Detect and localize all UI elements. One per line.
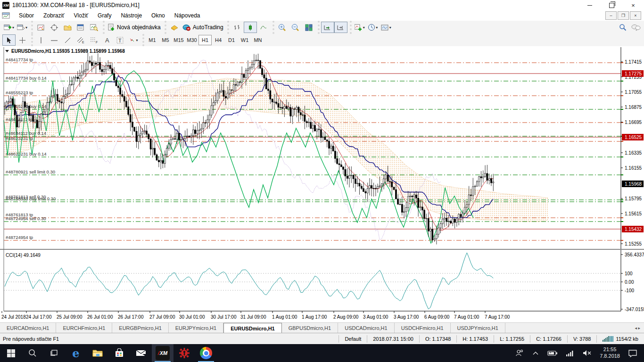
chart-tab-usdcadmicro[interactable]: USDCADmicro,H1 bbox=[338, 323, 394, 333]
chart-tab-eurjpymicro[interactable]: EURJPYmicro,H1 bbox=[169, 323, 223, 333]
search-icon[interactable] bbox=[616, 22, 629, 33]
arrows-tool[interactable]: ▾ bbox=[127, 34, 140, 46]
strategy-tester-button[interactable] bbox=[87, 22, 100, 33]
order-line-label: #48780921 sell limit 0.30 bbox=[6, 169, 55, 174]
menu-vloi[interactable]: Vložiť bbox=[69, 11, 93, 20]
crosshair-tool[interactable] bbox=[16, 34, 29, 46]
zoom-in-button[interactable] bbox=[276, 22, 289, 33]
indicators-button[interactable]: ▾ bbox=[353, 22, 366, 33]
crosshair-data-window-button[interactable] bbox=[48, 22, 61, 33]
status-profile[interactable]: Default bbox=[339, 335, 367, 343]
horizontal-line-tool[interactable] bbox=[48, 34, 61, 46]
mdi-restore-button[interactable]: ❐ bbox=[618, 11, 629, 20]
menu-grafy[interactable]: Grafy bbox=[93, 11, 116, 20]
equidistant-channel-tool[interactable]: E bbox=[74, 34, 87, 46]
new-order-button[interactable]: Nová objednávka bbox=[106, 22, 162, 33]
text-tool[interactable]: A bbox=[100, 34, 114, 46]
chat-icon[interactable] bbox=[629, 22, 643, 33]
time-tick-label: 7 Aug 17:00 bbox=[485, 314, 510, 320]
timeframe-h4[interactable]: H4 bbox=[212, 35, 225, 45]
timeframe-toolbar: M1M5M15M30H1H4D1W1MN bbox=[142, 34, 266, 46]
people-icon[interactable] bbox=[511, 344, 528, 362]
timeframe-m1[interactable]: M1 bbox=[146, 35, 159, 45]
chart-tab-eurusdmicro[interactable]: EURUSDmicro,H1 bbox=[223, 323, 282, 333]
taskbar-clock[interactable]: 21:55 7.8.2018 bbox=[596, 346, 624, 360]
autotrading-button[interactable]: AutoTrading bbox=[181, 22, 225, 33]
zoom-out-button[interactable] bbox=[289, 22, 302, 33]
close-button[interactable]: × bbox=[622, 0, 644, 10]
store-icon[interactable] bbox=[108, 344, 130, 362]
chart-tab-usdjpymicro[interactable]: USDJPYmicro,H1 bbox=[451, 323, 505, 333]
menu-npoveda[interactable]: Nápoveda bbox=[170, 11, 205, 20]
volume-muted-icon[interactable] bbox=[578, 344, 596, 362]
line-chart-button[interactable] bbox=[257, 22, 270, 33]
menu-sbor[interactable]: Súbor bbox=[14, 11, 39, 20]
menu-zobrazi[interactable]: Zobraziť bbox=[39, 11, 69, 20]
timeframe-h1[interactable]: H1 bbox=[198, 35, 212, 45]
taskbar-xm-mt4-icon[interactable]: /XM bbox=[152, 344, 173, 362]
timeframe-m30[interactable]: M30 bbox=[185, 35, 198, 45]
edge-icon[interactable]: e bbox=[65, 344, 87, 362]
timeframe-m5[interactable]: M5 bbox=[159, 35, 172, 45]
mdi-minimize-button[interactable]: – bbox=[605, 11, 617, 20]
tile-windows-button[interactable] bbox=[302, 22, 315, 33]
chart-tab-usdchfmicro[interactable]: USDCHFmicro,H1 bbox=[395, 323, 451, 333]
cursor-tool[interactable] bbox=[2, 34, 16, 46]
candlestick-chart-button[interactable] bbox=[244, 22, 257, 33]
chart-tab-eurcadmicro[interactable]: EURCADmicro,H1 bbox=[0, 323, 56, 333]
mdi-close-button[interactable]: × bbox=[630, 11, 641, 20]
tab-scroll-arrows[interactable]: ◂ ▸ bbox=[631, 323, 644, 333]
time-tick-label: 27 Jul 09:00 bbox=[149, 314, 175, 320]
windows-taskbar: e /XM bbox=[0, 344, 644, 362]
price-chart[interactable]: #48417734 tp#48417734 buy 0.14#48555223 … bbox=[0, 46, 644, 322]
order-line-label: #48758933 buy limit 0.30 bbox=[6, 196, 56, 201]
auto-scroll-button[interactable] bbox=[321, 22, 334, 33]
time-tick-label: 24 Jul 2018 bbox=[1, 314, 26, 320]
mail-icon[interactable] bbox=[130, 344, 152, 362]
chart-shift-button[interactable] bbox=[334, 22, 347, 33]
navigator-button[interactable] bbox=[61, 22, 74, 33]
chart-tab-eurchfmicro[interactable]: EURCHFmicro,H1 bbox=[56, 323, 112, 333]
new-chart-button[interactable]: ▾ bbox=[2, 22, 16, 33]
status-high: H: 1.17453 bbox=[456, 335, 494, 343]
red-gear-app-icon[interactable] bbox=[173, 344, 195, 362]
trendline-tool[interactable] bbox=[61, 34, 74, 46]
title-bar: XM 18011300: XM.COM-Real 18 - [EURUSDmic… bbox=[0, 0, 644, 10]
chart-tab-gbpusdmicro[interactable]: GBPUSDmicro,H1 bbox=[282, 323, 338, 333]
templates-button[interactable]: ▾ bbox=[380, 22, 393, 33]
minimize-button[interactable] bbox=[579, 0, 601, 10]
profiles-button[interactable]: ▾ bbox=[16, 22, 29, 33]
status-bar-time: 2018.07.31 15:00 bbox=[367, 335, 419, 343]
menu-nstroje[interactable]: Nástroje bbox=[116, 11, 147, 20]
battery-icon[interactable] bbox=[543, 344, 562, 362]
tray-chevron-icon[interactable] bbox=[528, 344, 543, 362]
metaeditor-button[interactable] bbox=[168, 22, 181, 33]
task-view-icon[interactable] bbox=[43, 344, 65, 362]
status-help-text: Pre nápovedu stlačte F1 bbox=[0, 336, 59, 342]
chart-tab-eurgbpmicro[interactable]: EURGBPmicro,H1 bbox=[112, 323, 168, 333]
start-button[interactable] bbox=[0, 344, 22, 362]
timeframe-m15[interactable]: M15 bbox=[172, 35, 185, 45]
menu-items: SúborZobraziťVložiťGrafyNástrojeOknoNápo… bbox=[14, 11, 205, 20]
file-explorer-icon[interactable] bbox=[87, 344, 108, 362]
chrome-icon[interactable] bbox=[195, 344, 217, 362]
terminal-button[interactable] bbox=[74, 22, 87, 33]
action-center-icon[interactable] bbox=[624, 344, 644, 362]
timeframe-mn[interactable]: MN bbox=[251, 35, 264, 45]
restore-button[interactable] bbox=[601, 0, 622, 10]
time-tick-label: 1 Aug 01:00 bbox=[272, 314, 297, 320]
fibonacci-tool[interactable]: F bbox=[87, 34, 100, 46]
svg-text:E: E bbox=[82, 41, 84, 44]
bar-chart-button[interactable] bbox=[231, 22, 244, 33]
price-tick-label: 1.16875 bbox=[625, 105, 642, 110]
periods-button[interactable]: ▾ bbox=[366, 22, 380, 33]
timeframe-w1[interactable]: W1 bbox=[238, 35, 251, 45]
vertical-line-tool[interactable] bbox=[34, 34, 48, 46]
svg-text:F: F bbox=[96, 41, 98, 44]
timeframe-d1[interactable]: D1 bbox=[225, 35, 238, 45]
menu-okno[interactable]: Okno bbox=[147, 11, 170, 20]
text-label-tool[interactable]: T bbox=[114, 34, 127, 46]
taskbar-search-icon[interactable] bbox=[22, 344, 43, 362]
market-watch-button[interactable] bbox=[34, 22, 48, 33]
network-signal-icon[interactable] bbox=[562, 344, 578, 362]
